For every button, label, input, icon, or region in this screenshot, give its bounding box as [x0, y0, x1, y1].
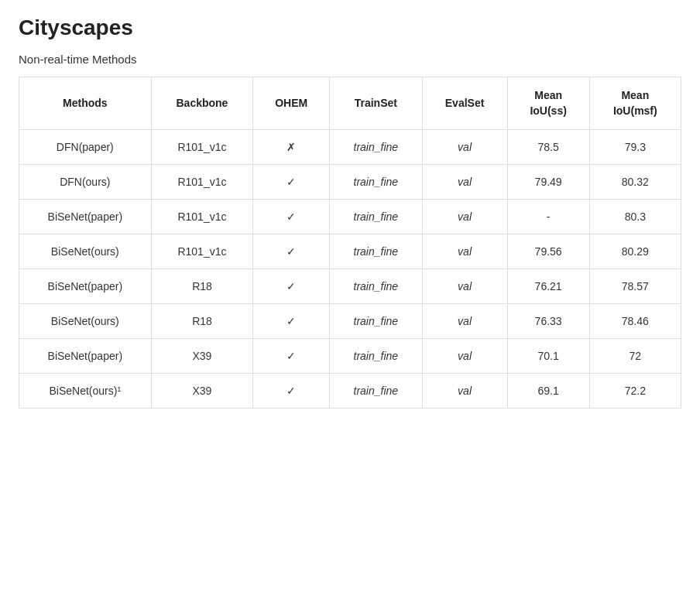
table-row: BiSeNet(paper)X39✓train_fineval70.172	[19, 339, 681, 374]
results-table: Methods Backbone OHEM TrainSet EvalSet M…	[19, 77, 681, 409]
cell-backbone: X39	[151, 374, 253, 409]
cell-mean_iou_msf: 78.46	[589, 304, 681, 339]
cell-mean_iou_msf: 72.2	[589, 374, 681, 409]
cell-mean_iou_ss: 79.56	[507, 234, 589, 269]
cell-mean_iou_ss: 79.49	[507, 165, 589, 200]
cell-ohem: ✗	[253, 130, 330, 165]
cell-backbone: R101_v1c	[151, 200, 253, 234]
cell-backbone: R18	[151, 304, 253, 339]
table-row: DFN(paper)R101_v1c✗train_fineval78.579.3	[19, 130, 681, 165]
cell-trainset: train_fine	[330, 269, 422, 304]
cell-trainset: train_fine	[330, 200, 422, 234]
cell-mean_iou_ss: 76.21	[507, 269, 589, 304]
cell-trainset: train_fine	[330, 165, 422, 200]
cell-trainset: train_fine	[330, 339, 422, 374]
cell-trainset: train_fine	[330, 304, 422, 339]
cell-backbone: R18	[151, 269, 253, 304]
cell-backbone: X39	[151, 339, 253, 374]
table-row: BiSeNet(ours)R101_v1c✓train_fineval79.56…	[19, 234, 681, 269]
cell-backbone: R101_v1c	[151, 234, 253, 269]
cell-mean_iou_msf: 79.3	[589, 130, 681, 165]
section-title: Non-real-time Methods	[19, 53, 681, 66]
cell-mean_iou_msf: 72	[589, 339, 681, 374]
cell-mean_iou_ss: 69.1	[507, 374, 589, 409]
cell-evalset: val	[422, 130, 507, 165]
page-title: Cityscapes	[19, 15, 681, 40]
cell-mean_iou_msf: 80.32	[589, 165, 681, 200]
table-wrapper: Methods Backbone OHEM TrainSet EvalSet M…	[19, 77, 681, 409]
col-header-evalset: EvalSet	[422, 77, 507, 130]
cell-mean_iou_msf: 80.3	[589, 200, 681, 234]
cell-evalset: val	[422, 374, 507, 409]
cell-evalset: val	[422, 200, 507, 234]
cell-backbone: R101_v1c	[151, 130, 253, 165]
table-row: BiSeNet(ours)¹X39✓train_fineval69.172.2	[19, 374, 681, 409]
cell-ohem: ✓	[253, 304, 330, 339]
col-header-mean-iou-msf: MeanIoU(msf)	[589, 77, 681, 130]
cell-trainset: train_fine	[330, 234, 422, 269]
cell-mean_iou_ss: -	[507, 200, 589, 234]
cell-methods: BiSeNet(ours)	[19, 304, 152, 339]
col-header-ohem: OHEM	[253, 77, 330, 130]
cell-trainset: train_fine	[330, 374, 422, 409]
table-row: BiSeNet(ours)R18✓train_fineval76.3378.46	[19, 304, 681, 339]
cell-methods: BiSeNet(ours)	[19, 234, 152, 269]
cell-ohem: ✓	[253, 234, 330, 269]
cell-trainset: train_fine	[330, 130, 422, 165]
cell-methods: BiSeNet(ours)¹	[19, 374, 152, 409]
cell-methods: DFN(ours)	[19, 165, 152, 200]
col-header-methods: Methods	[19, 77, 152, 130]
cell-evalset: val	[422, 234, 507, 269]
cell-ohem: ✓	[253, 165, 330, 200]
cell-methods: BiSeNet(paper)	[19, 200, 152, 234]
cell-evalset: val	[422, 269, 507, 304]
cell-backbone: R101_v1c	[151, 165, 253, 200]
table-row: BiSeNet(paper)R18✓train_fineval76.2178.5…	[19, 269, 681, 304]
col-header-mean-iou-ss: MeanIoU(ss)	[507, 77, 589, 130]
table-row: BiSeNet(paper)R101_v1c✓train_fineval-80.…	[19, 200, 681, 234]
cell-evalset: val	[422, 339, 507, 374]
table-header-row: Methods Backbone OHEM TrainSet EvalSet M…	[19, 77, 681, 130]
cell-evalset: val	[422, 165, 507, 200]
cell-methods: BiSeNet(paper)	[19, 339, 152, 374]
cell-mean_iou_msf: 80.29	[589, 234, 681, 269]
cell-ohem: ✓	[253, 339, 330, 374]
cell-ohem: ✓	[253, 374, 330, 409]
cell-methods: BiSeNet(paper)	[19, 269, 152, 304]
cell-mean_iou_msf: 78.57	[589, 269, 681, 304]
cell-methods: DFN(paper)	[19, 130, 152, 165]
table-row: DFN(ours)R101_v1c✓train_fineval79.4980.3…	[19, 165, 681, 200]
col-header-backbone: Backbone	[151, 77, 253, 130]
cell-mean_iou_ss: 76.33	[507, 304, 589, 339]
cell-mean_iou_ss: 70.1	[507, 339, 589, 374]
cell-evalset: val	[422, 304, 507, 339]
cell-ohem: ✓	[253, 200, 330, 234]
col-header-trainset: TrainSet	[330, 77, 422, 130]
cell-ohem: ✓	[253, 269, 330, 304]
cell-mean_iou_ss: 78.5	[507, 130, 589, 165]
